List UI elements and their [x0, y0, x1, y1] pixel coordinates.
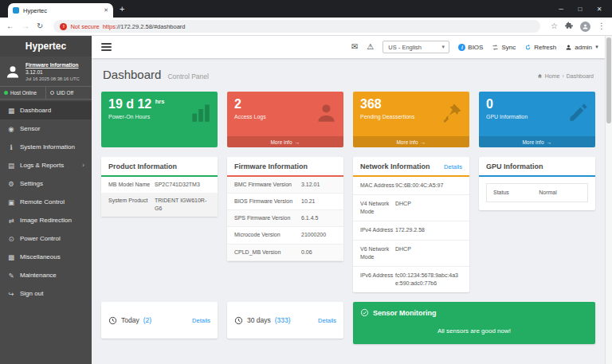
browser-profile-avatar[interactable] [580, 22, 590, 32]
mail-icon[interactable]: ✉ [351, 43, 358, 51]
firmware-information-panel: Firmware Information BMC Firmware Versio… [227, 157, 343, 261]
uid-status[interactable]: UID Off [45, 87, 92, 99]
window-maximize-button[interactable]: □ [571, 6, 590, 13]
sidebar-item-dashboard[interactable]: ▦ Dashboard [0, 101, 92, 119]
table-row: IPv4 Address 172.29.2.58 [353, 221, 469, 240]
row-value: 3.12.01 [301, 181, 336, 189]
row-value: 21000200 [301, 231, 336, 239]
scrollbar-thumb[interactable] [606, 37, 611, 123]
reload-button[interactable]: ↻ [37, 22, 43, 30]
bookmark-star-icon[interactable]: ☆ [551, 22, 558, 30]
browser-tab[interactable]: Hypertec ✕ [8, 3, 113, 18]
row-value: DHCP [395, 245, 462, 261]
favicon [13, 7, 19, 14]
table-row: IPv6 Address fc00:1234:5678:9abc:4a3e:59… [353, 267, 469, 292]
forward-button[interactable]: → [22, 22, 29, 30]
row-label: V6 Network Mode [360, 245, 395, 261]
sensor-status-message: All sensors are good now! [353, 322, 595, 344]
breadcrumb-current: Dashboard [567, 73, 594, 79]
window-minimize-button[interactable]: ─ [551, 6, 571, 13]
row-label: Microcode Version [234, 231, 301, 239]
browser-menu-icon[interactable]: ⋮ [598, 22, 606, 30]
network-details-link[interactable]: Details [444, 163, 462, 170]
firmware-information-link[interactable]: Firmware Information [26, 62, 80, 68]
today-details-link[interactable]: Details [192, 317, 210, 324]
app-topbar: ✉ ⚠ US - English ▼ i BIOS Sync [92, 36, 612, 58]
sidebar-item-sensor[interactable]: ◉ Sensor [0, 119, 92, 138]
image-redirection-icon: ⇄ [7, 217, 15, 225]
stat-card-pending-deassertions[interactable]: 368 Pending Deassertions More info [353, 92, 469, 147]
browser-toolbar: ← → ↻ ! Not secure https://172.29.2.58/#… [0, 18, 612, 36]
breadcrumb: Home › Dashboard [537, 73, 594, 79]
breadcrumb-separator: › [562, 73, 563, 79]
status-row: Host Online UID Off [0, 86, 92, 100]
dashboard-content: Dashboard Control Panel Home › Dashboard… [92, 58, 605, 364]
page-scrollbar[interactable] [605, 36, 612, 364]
system-info-icon: ℹ [7, 143, 15, 151]
host-status: Host Online [0, 87, 45, 99]
not-secure-icon[interactable]: ! [60, 23, 67, 30]
url-text[interactable]: https://172.29.2.58/#dashboard [103, 23, 186, 30]
user-icon [565, 44, 572, 51]
breadcrumb-home[interactable]: Home [545, 73, 560, 79]
sensor-icon: ◉ [7, 125, 15, 133]
brand-logo: Hypertec [0, 36, 92, 57]
power-icon: ⊙ [7, 235, 15, 243]
language-select[interactable]: US - English ▼ [382, 41, 449, 53]
user-menu[interactable]: admin ▼ [565, 44, 599, 51]
sidebar-item-image-redirection[interactable]: ⇄ Image Redirection [0, 211, 92, 229]
stat-card-power-on-hours[interactable]: 19 d 12 hrs Power-On Hours [101, 92, 218, 147]
stat-label: Pending Deassertions [360, 114, 462, 119]
sidebar-item-maintenance[interactable]: ✎ Maintenance [0, 266, 92, 284]
hamburger-menu-icon[interactable] [101, 41, 112, 53]
table-row: Microcode Version 21000200 [227, 227, 343, 244]
event-label: 30 days [247, 316, 271, 324]
stat-card-gpu-information[interactable]: 0 GPU Information More info [479, 92, 595, 147]
back-button[interactable]: ← [6, 22, 14, 30]
address-bar[interactable]: ! Not secure https://172.29.2.58/#dashbo… [53, 20, 540, 33]
event-label: Today [121, 316, 139, 324]
window-close-button[interactable]: ✕ [590, 6, 609, 13]
table-row: BIOS Firmware Version 10.21 [227, 194, 343, 210]
row-label: CPLD_MB Version [234, 249, 301, 256]
table-row: MAC Address 9C:6B:00:4C:A5:97 [353, 177, 469, 195]
sidebar-item-sign-out[interactable]: ↪ Sign out [0, 284, 92, 303]
extensions-icon[interactable] [565, 22, 573, 31]
row-label: System Product [108, 197, 155, 213]
more-info-link[interactable]: More info [479, 136, 595, 147]
month-details-link[interactable]: Details [318, 317, 336, 324]
gear-icon: ⚙ [7, 180, 15, 188]
stat-value: 2 [234, 98, 336, 112]
sidebar: Hypertec Firmware Information 3.12.01 Ju… [0, 36, 92, 364]
sidebar-item-miscellaneous[interactable]: ▩ Miscellaneous [0, 248, 92, 266]
panel-title: Firmware Information [227, 157, 343, 177]
warning-icon[interactable]: ⚠ [367, 43, 374, 51]
new-tab-button[interactable]: + [120, 4, 124, 14]
stat-label: GPU Information [486, 114, 588, 119]
row-label: MB Model Name [108, 181, 155, 189]
info-icon: i [458, 44, 465, 51]
sidebar-item-remote-control[interactable]: ▣ Remote Control [0, 193, 92, 211]
sidebar-item-system-information[interactable]: ℹ System Information [0, 138, 92, 156]
events-30-days-card[interactable]: 30 days (333) Details [227, 302, 343, 339]
not-secure-label[interactable]: Not secure [70, 23, 99, 30]
sync-button[interactable]: Sync [492, 44, 516, 51]
events-today-card[interactable]: Today (2) Details [101, 302, 218, 339]
bmc-app: Hypertec Firmware Information 3.12.01 Ju… [0, 36, 612, 364]
stat-card-access-logs[interactable]: 2 Access Logs More info [227, 92, 343, 147]
row-value: fc00:1234:5678:9abc:4a3e:590:adc0:77b6 [395, 272, 462, 288]
refresh-button[interactable]: Refresh [524, 44, 556, 51]
more-info-link[interactable]: More info [353, 136, 469, 147]
page-subtitle: Control Panel [167, 72, 209, 80]
sidebar-item-logs-reports[interactable]: ▤ Logs & Reports › [0, 156, 92, 174]
sidebar-item-power-control[interactable]: ⊙ Power Control [0, 229, 92, 248]
bios-button[interactable]: i BIOS [458, 44, 483, 51]
arrow-right-icon [547, 139, 552, 145]
table-row: System Product TRIDENT IGW610R-G6 [101, 193, 218, 217]
stat-label: Power-On Hours [108, 114, 210, 119]
sign-out-icon: ↪ [7, 290, 15, 298]
clock-icon [234, 316, 243, 325]
tab-close-icon[interactable]: ✕ [104, 7, 108, 14]
more-info-link[interactable]: More info [227, 136, 343, 147]
sidebar-item-settings[interactable]: ⚙ Settings [0, 174, 92, 193]
